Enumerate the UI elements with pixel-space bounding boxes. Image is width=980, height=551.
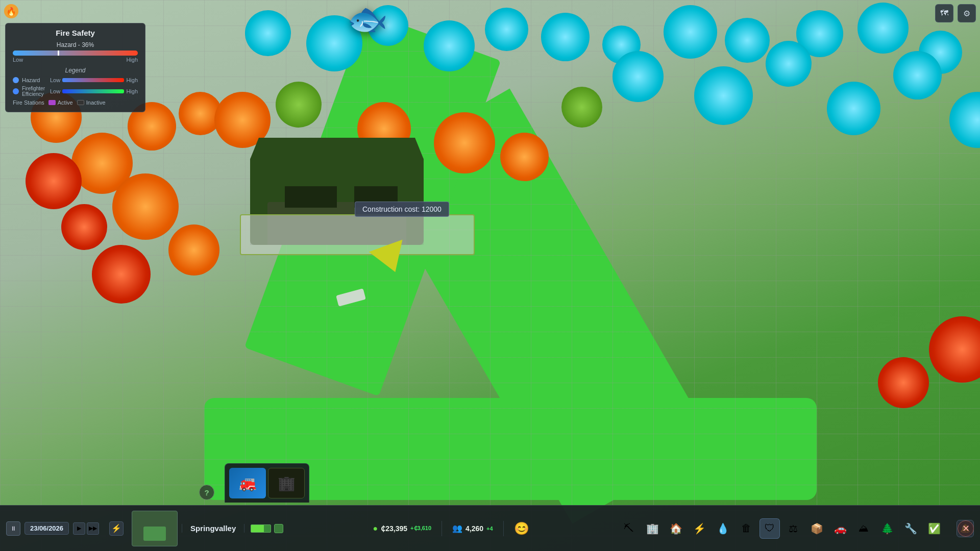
toolbar-icons: ⛏ 🏢 🏠 ⚡ 💧 🗑 🛡 ⚖ 📦 🚗 ⛰ 🌲 🔧 ✅: [612, 518, 950, 539]
toolbar-waste-icon[interactable]: 🗑: [736, 518, 756, 539]
tree: [92, 245, 151, 304]
toolbar-parks-icon[interactable]: ⛰: [853, 518, 874, 539]
tree: [561, 87, 602, 128]
tree: [276, 82, 322, 128]
legend-firefighter-row: FirefighterEfficiency Low High: [13, 86, 138, 97]
population-icon: 👥: [452, 523, 462, 533]
power-indicator: ⚡: [109, 521, 124, 536]
city-name: Springvalley: [182, 524, 244, 533]
tree: [766, 41, 812, 87]
active-label: Active: [58, 99, 73, 106]
game-viewport: Construction cost: 12000 🐟: [0, 0, 980, 551]
map-button[interactable]: 🗺: [935, 4, 953, 22]
money-delta: +₵3,610: [410, 525, 431, 532]
close-button[interactable]: ✕: [958, 520, 974, 537]
hazard-legend-icon: [13, 77, 19, 83]
construction-tooltip: Construction cost: 12000: [355, 202, 449, 217]
toolbar-zone-icon[interactable]: 🏢: [642, 518, 663, 539]
power-icon[interactable]: ⚡: [109, 521, 124, 536]
tooltip-text: Construction cost: 12000: [362, 205, 442, 213]
toolbar-residential-icon[interactable]: 🏠: [666, 518, 686, 539]
toolbar-check-icon[interactable]: ✅: [924, 518, 944, 539]
toolbar-water-icon[interactable]: 💧: [713, 518, 733, 539]
population-bar-fill: [251, 525, 264, 532]
speed-controls: ▶ ▶▶: [73, 522, 99, 535]
hazard-bar: [13, 51, 138, 56]
tree: [612, 51, 664, 102]
hazard-low: Low: [50, 77, 60, 83]
tree: [827, 82, 880, 135]
tree: [893, 51, 942, 99]
hazard-bar-labels: Low High: [13, 57, 138, 63]
pause-button[interactable]: ⏸: [6, 521, 20, 536]
toolbar-transport-icon[interactable]: 🚗: [830, 518, 850, 539]
tree: [61, 204, 107, 250]
resource-sep-2: [503, 521, 504, 536]
hazard-high: High: [126, 77, 138, 83]
panel-title: Fire Safety: [13, 29, 138, 37]
hazard-gradient-bar: [62, 78, 124, 82]
ff-high: High: [126, 88, 138, 94]
bar-low-label: Low: [13, 57, 23, 63]
resources-bar: ● ₵23,395 +₵3,610 👥 4,260 +4 😊: [289, 521, 612, 536]
toolbar-power-icon[interactable]: ⚡: [689, 518, 709, 539]
active-station-badge: Active: [48, 99, 73, 106]
tree: [541, 13, 590, 61]
selected-fire-truck[interactable]: 🚒: [229, 468, 266, 498]
hazard-marker: [58, 51, 59, 56]
happiness-resource: 😊: [514, 521, 529, 536]
firefighter-legend-label: FirefighterEfficiency: [22, 86, 50, 97]
population-bar: [251, 524, 271, 533]
toolbar-service-icon[interactable]: 🔧: [900, 518, 921, 539]
tree: [694, 66, 753, 125]
inactive-color: [77, 100, 84, 105]
tree: [500, 133, 549, 181]
active-color: [48, 100, 56, 105]
happiness-icon: 😊: [514, 521, 529, 536]
fire-stations-legend: Fire Stations Active Inactive: [13, 99, 138, 106]
firefighter-legend-icon: [13, 88, 19, 94]
settings-button[interactable]: ⚙: [958, 4, 976, 22]
bottom-toolbar: ⏸ 23/06/2026 ▶ ▶▶ ⚡ Springvalley ● ₵23,3…: [0, 505, 980, 551]
hazard-label: Hazard - 36%: [13, 41, 138, 48]
inactive-station-badge: Inactive: [77, 99, 106, 106]
tree: [485, 8, 528, 51]
date-display: 23/06/2026: [24, 522, 69, 535]
toolbar-edu-icon[interactable]: 📦: [806, 518, 827, 539]
toolbar-fire-icon[interactable]: 🛡: [760, 518, 780, 539]
money-value: ₵23,395: [381, 524, 407, 533]
population-bar-container: [244, 524, 289, 533]
resource-sep-1: [442, 521, 442, 536]
mini-map[interactable]: [132, 511, 178, 546]
legend-title: Legend: [13, 67, 138, 74]
money-resource: ● ₵23,395 +₵3,610: [373, 524, 431, 533]
right-controls: 🔔 ✕: [950, 520, 980, 537]
top-right-controls: 🗺 ⚙: [935, 4, 976, 22]
time-controls: ⏸ 23/06/2026 ▶ ▶▶: [0, 521, 105, 536]
fire-station-base: [240, 214, 475, 255]
toolbar-police-icon[interactable]: ⚖: [783, 518, 803, 539]
toolbar-road-icon[interactable]: ⛏: [619, 518, 639, 539]
mascot: 🐟: [347, 0, 388, 38]
hazard-bar-gradient: [13, 51, 138, 56]
forward-button[interactable]: ▶: [73, 522, 85, 535]
tree: [112, 173, 179, 240]
tree: [245, 10, 291, 56]
fast-forward-button[interactable]: ▶▶: [87, 522, 99, 535]
tree: [857, 3, 909, 54]
tree: [168, 224, 219, 276]
money-icon: ●: [373, 524, 378, 533]
population-value: 4,260: [465, 524, 483, 533]
fire-icon[interactable]: 🔥: [4, 4, 18, 18]
population-delta: +4: [486, 525, 493, 532]
legend-hazard-row: Hazard Low High: [13, 77, 138, 83]
inactive-label: Inactive: [86, 99, 106, 106]
selected-fire-station[interactable]: 🏢: [268, 468, 305, 498]
pop-icon: [274, 524, 283, 533]
help-button[interactable]: ?: [199, 485, 214, 500]
fire-stations-label: Fire Stations: [13, 99, 44, 106]
tree: [878, 357, 929, 408]
toolbar-nature-icon[interactable]: 🌲: [877, 518, 897, 539]
tree: [424, 20, 475, 71]
hazard-legend-label: Hazard: [22, 77, 50, 83]
